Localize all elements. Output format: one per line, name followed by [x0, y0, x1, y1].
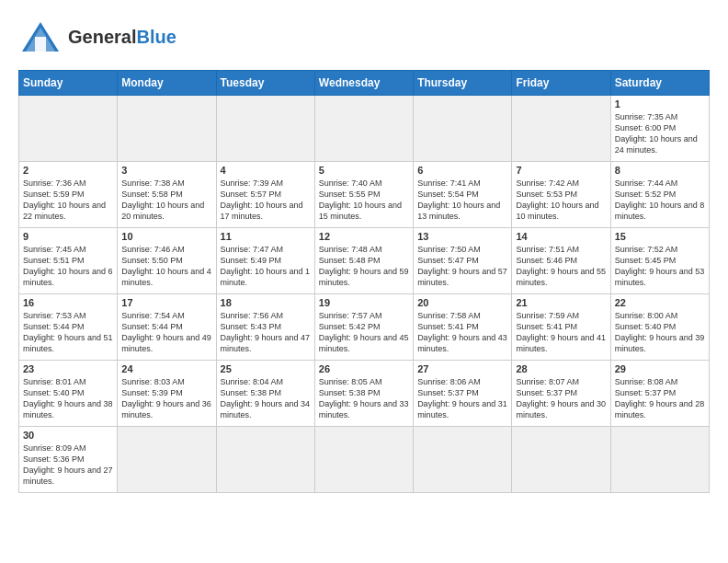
day-number: 9 — [23, 231, 113, 242]
day-info: Sunrise: 8:08 AM Sunset: 5:37 PM Dayligh… — [615, 376, 705, 421]
day-number: 23 — [23, 363, 113, 374]
day-info: Sunrise: 7:40 AM Sunset: 5:55 PM Dayligh… — [319, 178, 409, 223]
day-number: 20 — [417, 297, 507, 308]
day-info: Sunrise: 7:46 AM Sunset: 5:50 PM Dayligh… — [121, 244, 211, 289]
calendar-cell: 7Sunrise: 7:42 AM Sunset: 5:53 PM Daylig… — [512, 162, 610, 228]
day-info: Sunrise: 7:59 AM Sunset: 5:41 PM Dayligh… — [516, 310, 606, 355]
day-info: Sunrise: 7:52 AM Sunset: 5:45 PM Dayligh… — [615, 244, 705, 289]
calendar-cell: 6Sunrise: 7:41 AM Sunset: 5:54 PM Daylig… — [414, 162, 512, 228]
day-info: Sunrise: 7:44 AM Sunset: 5:52 PM Dayligh… — [615, 178, 705, 223]
calendar-cell: 1Sunrise: 7:35 AM Sunset: 6:00 PM Daylig… — [610, 96, 709, 162]
day-info: Sunrise: 7:54 AM Sunset: 5:44 PM Dayligh… — [121, 310, 211, 355]
logo: GeneralBlue — [18, 18, 176, 55]
day-info: Sunrise: 7:50 AM Sunset: 5:47 PM Dayligh… — [417, 244, 507, 289]
day-number: 15 — [615, 231, 705, 242]
calendar-cell — [610, 427, 709, 493]
day-number: 2 — [23, 165, 113, 176]
calendar-cell: 30Sunrise: 8:09 AM Sunset: 5:36 PM Dayli… — [19, 427, 118, 493]
day-number: 1 — [615, 98, 705, 109]
day-info: Sunrise: 7:58 AM Sunset: 5:41 PM Dayligh… — [417, 310, 507, 355]
day-info: Sunrise: 7:51 AM Sunset: 5:46 PM Dayligh… — [516, 244, 606, 289]
svg-rect-2 — [35, 37, 46, 52]
calendar-week-5: 23Sunrise: 8:01 AM Sunset: 5:40 PM Dayli… — [19, 361, 710, 427]
calendar-header-row: SundayMondayTuesdayWednesdayThursdayFrid… — [19, 71, 710, 96]
calendar-cell: 16Sunrise: 7:53 AM Sunset: 5:44 PM Dayli… — [19, 294, 118, 361]
day-number: 17 — [121, 297, 211, 308]
day-info: Sunrise: 7:48 AM Sunset: 5:48 PM Dayligh… — [319, 244, 409, 289]
calendar-cell — [314, 96, 413, 162]
day-header-tuesday: Tuesday — [216, 71, 314, 96]
day-info: Sunrise: 7:45 AM Sunset: 5:51 PM Dayligh… — [23, 244, 113, 289]
calendar-cell: 19Sunrise: 7:57 AM Sunset: 5:42 PM Dayli… — [314, 294, 413, 361]
calendar-cell: 10Sunrise: 7:46 AM Sunset: 5:50 PM Dayli… — [118, 228, 216, 294]
calendar-cell: 2Sunrise: 7:36 AM Sunset: 5:59 PM Daylig… — [19, 162, 118, 228]
calendar-week-1: 1Sunrise: 7:35 AM Sunset: 6:00 PM Daylig… — [19, 96, 710, 162]
logo-general-text: GeneralBlue — [68, 27, 176, 47]
calendar-cell: 23Sunrise: 8:01 AM Sunset: 5:40 PM Dayli… — [19, 361, 118, 427]
calendar-cell — [118, 96, 216, 162]
day-info: Sunrise: 7:56 AM Sunset: 5:43 PM Dayligh… — [221, 310, 311, 355]
calendar-cell: 29Sunrise: 8:08 AM Sunset: 5:37 PM Dayli… — [610, 361, 709, 427]
day-info: Sunrise: 7:57 AM Sunset: 5:42 PM Dayligh… — [319, 310, 409, 355]
calendar-cell: 4Sunrise: 7:39 AM Sunset: 5:57 PM Daylig… — [216, 162, 314, 228]
day-number: 10 — [121, 231, 211, 242]
day-info: Sunrise: 7:36 AM Sunset: 5:59 PM Dayligh… — [23, 178, 113, 223]
day-header-thursday: Thursday — [414, 71, 512, 96]
day-info: Sunrise: 8:03 AM Sunset: 5:39 PM Dayligh… — [121, 376, 211, 421]
calendar-cell: 24Sunrise: 8:03 AM Sunset: 5:39 PM Dayli… — [118, 361, 216, 427]
calendar-cell — [414, 96, 512, 162]
day-number: 24 — [121, 363, 211, 374]
calendar-cell: 18Sunrise: 7:56 AM Sunset: 5:43 PM Dayli… — [216, 294, 314, 361]
day-header-saturday: Saturday — [610, 71, 709, 96]
calendar-cell — [512, 427, 610, 493]
calendar-cell — [512, 96, 610, 162]
day-number: 18 — [221, 297, 311, 308]
calendar-cell: 3Sunrise: 7:38 AM Sunset: 5:58 PM Daylig… — [118, 162, 216, 228]
calendar-cell: 5Sunrise: 7:40 AM Sunset: 5:55 PM Daylig… — [314, 162, 413, 228]
logo-icon — [18, 18, 63, 55]
calendar-week-3: 9Sunrise: 7:45 AM Sunset: 5:51 PM Daylig… — [19, 228, 710, 294]
calendar-week-4: 16Sunrise: 7:53 AM Sunset: 5:44 PM Dayli… — [19, 294, 710, 361]
day-info: Sunrise: 8:01 AM Sunset: 5:40 PM Dayligh… — [23, 376, 113, 421]
day-info: Sunrise: 7:53 AM Sunset: 5:44 PM Dayligh… — [23, 310, 113, 355]
day-number: 28 — [516, 363, 606, 374]
calendar-cell: 15Sunrise: 7:52 AM Sunset: 5:45 PM Dayli… — [610, 228, 709, 294]
day-number: 5 — [319, 165, 409, 176]
calendar-cell: 17Sunrise: 7:54 AM Sunset: 5:44 PM Dayli… — [118, 294, 216, 361]
day-header-monday: Monday — [118, 71, 216, 96]
day-info: Sunrise: 8:00 AM Sunset: 5:40 PM Dayligh… — [615, 310, 705, 355]
calendar-cell — [19, 96, 118, 162]
calendar-cell: 21Sunrise: 7:59 AM Sunset: 5:41 PM Dayli… — [512, 294, 610, 361]
calendar-cell — [216, 96, 314, 162]
calendar-cell: 12Sunrise: 7:48 AM Sunset: 5:48 PM Dayli… — [314, 228, 413, 294]
calendar-cell — [118, 427, 216, 493]
calendar-cell: 14Sunrise: 7:51 AM Sunset: 5:46 PM Dayli… — [512, 228, 610, 294]
calendar-cell: 28Sunrise: 8:07 AM Sunset: 5:37 PM Dayli… — [512, 361, 610, 427]
day-number: 19 — [319, 297, 409, 308]
day-info: Sunrise: 8:04 AM Sunset: 5:38 PM Dayligh… — [221, 376, 311, 421]
calendar-cell: 11Sunrise: 7:47 AM Sunset: 5:49 PM Dayli… — [216, 228, 314, 294]
day-number: 26 — [319, 363, 409, 374]
day-number: 11 — [221, 231, 311, 242]
calendar-week-6: 30Sunrise: 8:09 AM Sunset: 5:36 PM Dayli… — [19, 427, 710, 493]
day-header-wednesday: Wednesday — [314, 71, 413, 96]
day-number: 13 — [417, 231, 507, 242]
calendar-cell — [314, 427, 413, 493]
calendar-cell — [414, 427, 512, 493]
day-number: 16 — [23, 297, 113, 308]
day-number: 14 — [516, 231, 606, 242]
day-info: Sunrise: 8:05 AM Sunset: 5:38 PM Dayligh… — [319, 376, 409, 421]
day-info: Sunrise: 7:47 AM Sunset: 5:49 PM Dayligh… — [221, 244, 311, 289]
calendar-cell: 20Sunrise: 7:58 AM Sunset: 5:41 PM Dayli… — [414, 294, 512, 361]
day-number: 6 — [417, 165, 507, 176]
day-header-sunday: Sunday — [19, 71, 118, 96]
day-number: 25 — [221, 363, 311, 374]
day-number: 4 — [221, 165, 311, 176]
day-number: 22 — [615, 297, 705, 308]
day-number: 21 — [516, 297, 606, 308]
day-info: Sunrise: 8:07 AM Sunset: 5:37 PM Dayligh… — [516, 376, 606, 421]
logo-blue-text: Blue — [136, 27, 176, 47]
calendar-cell: 8Sunrise: 7:44 AM Sunset: 5:52 PM Daylig… — [610, 162, 709, 228]
day-info: Sunrise: 7:42 AM Sunset: 5:53 PM Dayligh… — [516, 178, 606, 223]
calendar-week-2: 2Sunrise: 7:36 AM Sunset: 5:59 PM Daylig… — [19, 162, 710, 228]
